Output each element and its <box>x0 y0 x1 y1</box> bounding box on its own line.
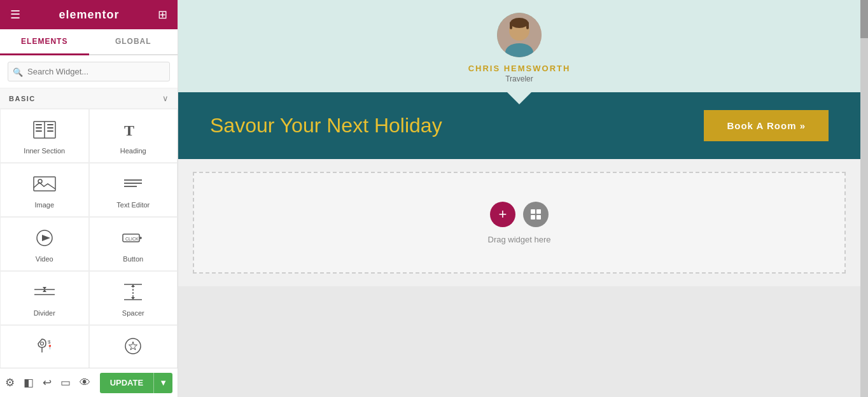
basic-section-label: BASIC <box>9 95 36 102</box>
widget-star[interactable] <box>89 325 178 368</box>
panel-tabs: ELEMENTS GLOBAL <box>0 29 178 55</box>
widget-spacer-label: Spacer <box>122 309 144 317</box>
left-panel: ☰ elementor ⊞ ELEMENTS GLOBAL 🔍 BASIC ∨ <box>0 0 178 397</box>
drag-section-wrapper: + Drag widget here <box>178 159 860 286</box>
responsive-icon[interactable]: ▭ <box>60 376 71 389</box>
update-button[interactable]: UPDATE ▼ <box>100 373 172 393</box>
banner-triangle-decoration <box>507 92 532 104</box>
divider-icon <box>33 283 56 304</box>
hamburger-icon[interactable]: ☰ <box>10 8 20 22</box>
inner-section-icon <box>33 121 56 142</box>
scrollbar[interactable] <box>860 0 868 397</box>
search-bar: 🔍 <box>0 55 178 88</box>
banner-text-main: Savour Your Next <box>210 114 374 137</box>
bottom-icons: ⚙ ◧ ↩ ▭ 👁 <box>5 376 90 389</box>
profile-section: CHRIS HEMSWORTH Traveler <box>178 0 860 92</box>
svg-marker-34 <box>129 342 137 350</box>
widget-button-label: Button <box>123 255 143 263</box>
svg-rect-3 <box>36 127 42 129</box>
svg-text:📍: 📍 <box>47 344 53 350</box>
widget-heading[interactable]: T Heading <box>89 109 178 163</box>
image-icon <box>33 175 56 196</box>
star-circle-icon <box>122 337 144 358</box>
svg-rect-39 <box>510 22 512 29</box>
add-widget-button[interactable]: + <box>490 202 515 227</box>
widget-inner-section[interactable]: Inner Section <box>0 109 89 163</box>
scrollbar-thumb[interactable] <box>860 0 868 38</box>
svg-rect-42 <box>536 209 541 214</box>
video-icon <box>33 229 56 250</box>
canvas-scroll: CHRIS HEMSWORTH Traveler Savour Your Nex… <box>178 0 860 286</box>
profile-role: Traveler <box>178 73 860 92</box>
spacer-icon <box>122 283 144 304</box>
update-arrow-icon[interactable]: ▼ <box>154 373 172 393</box>
svg-rect-5 <box>47 124 53 125</box>
elementor-logo: elementor <box>59 8 119 22</box>
svg-rect-40 <box>526 22 529 29</box>
tab-global[interactable]: GLOBAL <box>89 29 178 55</box>
map-pin-icon: $ 📍 <box>33 337 56 358</box>
banner-text: Savour Your Next Holiday <box>210 114 442 137</box>
widget-divider-label: Divider <box>34 309 55 317</box>
text-editor-icon <box>122 175 144 196</box>
template-button[interactable] <box>523 202 549 227</box>
profile-name: CHRIS HEMSWORTH <box>178 64 860 73</box>
widget-text-editor-label: Text Editor <box>116 201 150 209</box>
svg-rect-43 <box>531 215 535 219</box>
chevron-down-icon: ∨ <box>162 94 169 103</box>
drag-label: Drag widget here <box>488 235 551 244</box>
settings-icon[interactable]: ⚙ <box>5 376 15 389</box>
svg-rect-2 <box>36 124 42 125</box>
svg-rect-7 <box>47 130 53 132</box>
svg-text:$: $ <box>48 339 51 345</box>
widget-inner-section-label: Inner Section <box>24 147 65 155</box>
book-room-button[interactable]: Book A Room » <box>704 110 829 141</box>
update-label: UPDATE <box>100 373 154 393</box>
svg-marker-15 <box>42 235 50 241</box>
drag-buttons: + <box>490 202 549 227</box>
widget-text-editor[interactable]: Text Editor <box>89 163 178 217</box>
tab-elements[interactable]: ELEMENTS <box>0 29 89 55</box>
widgets-grid: Inner Section T Heading Image <box>0 109 178 368</box>
svg-text:T: T <box>124 122 134 139</box>
widget-image[interactable]: Image <box>0 163 89 217</box>
drag-widget-area[interactable]: + Drag widget here <box>193 172 846 274</box>
svg-rect-4 <box>36 130 42 132</box>
basic-section-header[interactable]: BASIC ∨ <box>0 88 178 109</box>
widget-button[interactable]: CLICK Button <box>89 217 178 271</box>
grid-icon[interactable]: ⊞ <box>158 8 167 22</box>
avatar <box>497 13 542 57</box>
widget-heading-label: Heading <box>120 147 146 155</box>
heading-icon: T <box>122 121 144 142</box>
history-icon[interactable]: ↩ <box>43 376 52 389</box>
widget-image-label: Image <box>34 201 54 209</box>
layers-icon[interactable]: ◧ <box>24 376 34 389</box>
widget-video-label: Video <box>36 255 53 263</box>
svg-point-29 <box>40 342 43 345</box>
widget-spacer[interactable]: Spacer <box>89 271 178 325</box>
widget-map[interactable]: $ 📍 <box>0 325 89 368</box>
banner-text-highlight: Holiday <box>374 114 442 137</box>
avatar-svg <box>497 13 542 57</box>
bottom-toolbar: ⚙ ◧ ↩ ▭ 👁 UPDATE ▼ <box>0 368 178 397</box>
svg-point-38 <box>510 18 528 28</box>
button-icon: CLICK <box>122 229 144 250</box>
search-icon: 🔍 <box>13 67 23 76</box>
svg-text:CLICK: CLICK <box>125 237 139 241</box>
svg-rect-44 <box>536 215 541 219</box>
svg-rect-41 <box>531 209 535 214</box>
canvas-area: CHRIS HEMSWORTH Traveler Savour Your Nex… <box>178 0 860 397</box>
search-input[interactable] <box>8 62 170 81</box>
widget-video[interactable]: Video <box>0 217 89 271</box>
svg-rect-6 <box>47 127 53 129</box>
widget-divider[interactable]: Divider <box>0 271 89 325</box>
eye-icon[interactable]: 👁 <box>80 377 90 389</box>
svg-rect-9 <box>34 177 55 191</box>
banner-section: Savour Your Next Holiday Book A Room » <box>178 92 860 159</box>
panel-header: ☰ elementor ⊞ <box>0 0 178 29</box>
